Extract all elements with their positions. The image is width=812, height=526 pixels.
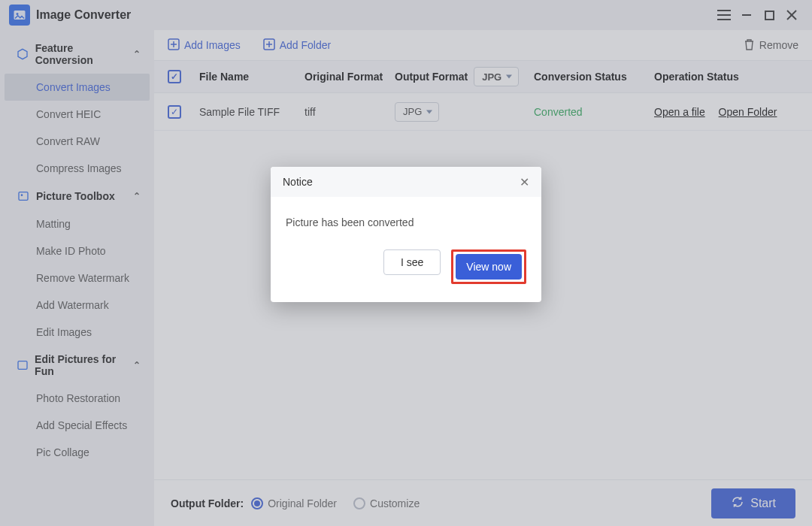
notice-modal: Notice ✕ Picture has been converted I se… (271, 167, 541, 302)
modal-actions: I see View now (271, 236, 541, 302)
modal-close-icon[interactable]: ✕ (520, 175, 529, 189)
modal-overlay: Notice ✕ Picture has been converted I se… (0, 0, 812, 526)
modal-title: Notice (283, 176, 313, 188)
annotation-highlight: View now (451, 249, 526, 284)
view-now-button[interactable]: View now (456, 254, 522, 280)
modal-message: Picture has been converted (271, 197, 541, 236)
i-see-button[interactable]: I see (383, 249, 441, 275)
modal-header: Notice ✕ (271, 167, 541, 197)
